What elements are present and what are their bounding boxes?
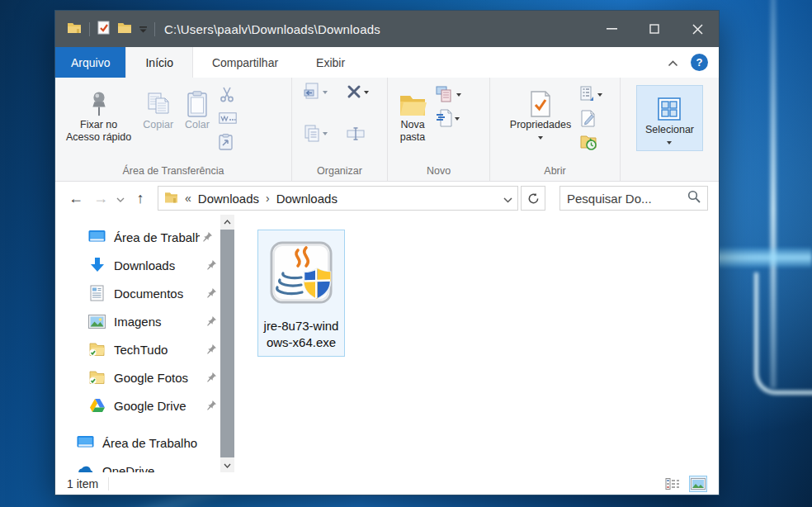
history-button[interactable] xyxy=(580,133,602,151)
search-icon[interactable] xyxy=(687,190,701,206)
folder-icon[interactable] xyxy=(117,21,132,37)
copy-icon xyxy=(146,86,171,117)
pin-icon xyxy=(202,230,213,244)
downloads-icon xyxy=(88,257,106,274)
sidebar-item-desktop-pinned[interactable]: Área de Trabalho xyxy=(55,223,220,251)
dropdown-caret-icon xyxy=(597,93,602,99)
tab-arquivo[interactable]: Arquivo xyxy=(55,47,125,78)
group-label-new: Novo xyxy=(388,163,489,181)
navigation-pane: Área de Trabalho Downloads xyxy=(55,215,220,472)
sidebar-scrollbar[interactable] xyxy=(220,215,234,472)
group-label-open: Abrir xyxy=(490,163,620,181)
dropdown-caret-icon xyxy=(323,91,328,97)
sidebar-item-google-fotos[interactable]: Google Fotos xyxy=(55,363,220,391)
quick-access-toolbar xyxy=(67,21,155,38)
address-box[interactable]: « Downloads › Downloads xyxy=(158,186,518,211)
folder-icon[interactable] xyxy=(67,21,82,37)
toolbar-separator xyxy=(89,22,90,36)
copy-to-icon xyxy=(304,125,320,143)
rename-button[interactable] xyxy=(347,125,376,143)
dropdown-caret-icon xyxy=(456,93,461,99)
pictures-icon xyxy=(88,313,106,330)
tab-exibir[interactable]: Exibir xyxy=(297,47,364,78)
customize-toolbar-icon[interactable] xyxy=(139,21,147,36)
file-list-area[interactable]: jre-8u73-windows-x64.exe xyxy=(234,215,719,472)
forward-icon[interactable]: → xyxy=(90,191,111,206)
sidebar-item-techtudo[interactable]: TechTudo xyxy=(55,335,220,363)
paste-shortcut-button[interactable] xyxy=(219,133,237,151)
move-to-button[interactable] xyxy=(304,83,335,101)
sidebar-item-documents[interactable]: Documentos xyxy=(55,279,220,307)
sidebar-item-pictures[interactable]: Imagens xyxy=(55,307,220,335)
sidebar-item-google-drive[interactable]: Google Drive xyxy=(55,391,220,419)
pin-icon xyxy=(206,399,217,413)
ribbon: Fixar no Acesso rápido Copiar Colar xyxy=(55,78,719,182)
pushpin-icon xyxy=(88,86,110,117)
pin-to-quick-access-button[interactable]: Fixar no Acesso rápido xyxy=(60,83,137,147)
recent-locations-icon[interactable] xyxy=(116,191,125,206)
dropdown-caret-icon xyxy=(667,141,672,147)
maximize-button[interactable] xyxy=(633,11,676,47)
window-controls xyxy=(590,11,719,47)
view-toggles xyxy=(663,476,707,492)
close-button[interactable] xyxy=(676,11,719,47)
breadcrumb-prefix[interactable]: « xyxy=(185,192,191,205)
sidebar-item-desktop[interactable]: Área de Trabalho xyxy=(55,429,220,457)
breadcrumb-separator[interactable]: › xyxy=(266,192,270,205)
tab-compartilhar[interactable]: Compartilhar xyxy=(193,47,297,78)
details-view-icon[interactable] xyxy=(663,476,682,492)
history-icon xyxy=(580,134,597,150)
cut-button[interactable] xyxy=(219,85,237,103)
scrollbar-thumb[interactable] xyxy=(220,230,234,457)
refresh-button[interactable] xyxy=(521,186,545,211)
pin-icon xyxy=(206,287,217,301)
search-input[interactable] xyxy=(567,192,687,206)
large-icons-view-icon[interactable] xyxy=(689,476,707,492)
open-list-icon xyxy=(580,86,595,102)
help-icon[interactable]: ? xyxy=(691,54,708,71)
tab-inicio[interactable]: Início xyxy=(125,47,192,78)
copy-button[interactable]: Copiar xyxy=(137,83,179,135)
breadcrumb-downloads-2[interactable]: Downloads xyxy=(276,192,338,206)
paste-shortcut-icon xyxy=(219,134,233,150)
refresh-icon xyxy=(527,192,540,205)
back-icon[interactable]: ← xyxy=(65,191,87,206)
collapse-ribbon-icon[interactable] xyxy=(668,55,678,70)
up-icon[interactable]: ↑ xyxy=(130,191,151,206)
title-bar[interactable]: C:\Users\paalv\Downloads\Downloads xyxy=(55,11,719,47)
search-box[interactable] xyxy=(559,186,708,211)
file-item-selected[interactable]: jre-8u73-windows-x64.exe xyxy=(257,230,345,357)
copy-to-button[interactable] xyxy=(304,125,335,143)
synced-folder-icon xyxy=(88,341,106,358)
new-folder-button[interactable]: Nova pasta xyxy=(393,83,432,147)
status-separator xyxy=(108,477,109,490)
easy-access-button[interactable] xyxy=(436,109,461,127)
pin-icon xyxy=(206,343,217,357)
open-options-button[interactable] xyxy=(580,85,602,103)
properties-button[interactable]: Propriedades xyxy=(504,83,577,145)
scroll-down-icon[interactable] xyxy=(220,458,234,472)
desktop-wallpaper: C:\Users\paalv\Downloads\Downloads Arqui… xyxy=(0,0,812,507)
minimize-button[interactable] xyxy=(590,11,633,47)
group-label-organize: Organizar xyxy=(292,163,387,181)
new-item-button[interactable] xyxy=(436,85,461,103)
scroll-up-icon[interactable] xyxy=(220,215,234,229)
breadcrumb-downloads[interactable]: Downloads xyxy=(198,192,259,206)
java-installer-icon xyxy=(262,234,341,313)
tab-bar-right: ? xyxy=(668,47,719,78)
sidebar-group-gap xyxy=(55,419,220,429)
sidebar-item-downloads[interactable]: Downloads xyxy=(55,251,220,279)
copy-path-button[interactable] xyxy=(219,109,237,127)
toolbar-separator xyxy=(154,22,155,36)
properties-icon[interactable] xyxy=(97,21,110,38)
sidebar-item-onedrive[interactable]: OneDrive xyxy=(55,457,220,472)
synced-folder-icon xyxy=(88,369,106,386)
edit-button[interactable] xyxy=(580,109,602,127)
address-dropdown-icon[interactable] xyxy=(503,192,512,206)
paste-button[interactable]: Colar xyxy=(179,83,215,135)
dropdown-caret-icon xyxy=(364,91,369,97)
delete-button[interactable] xyxy=(347,83,376,101)
group-label-select xyxy=(621,175,719,181)
status-bar: 1 item xyxy=(55,472,719,495)
select-button[interactable]: Selecionar xyxy=(636,85,703,151)
